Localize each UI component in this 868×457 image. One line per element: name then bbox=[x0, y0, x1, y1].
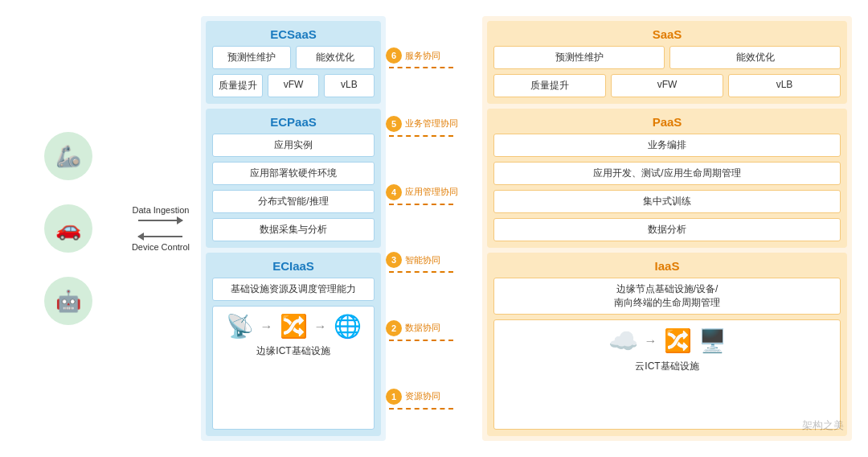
device-control-label: Device Control bbox=[132, 242, 190, 252]
paas-section: PaaS 业务编排 应用开发、测试/应用生命周期管理 集中式训练 数据分析 bbox=[487, 109, 847, 248]
ecsaas-predictive: 预测性维护 bbox=[212, 46, 291, 69]
connector-num-3: 3 bbox=[386, 252, 402, 268]
ecpaas-distributed-ai: 分布式智能/推理 bbox=[212, 190, 375, 213]
ecsaas-row2: 质量提升 vFW vLB bbox=[212, 74, 375, 97]
ecsaas-quality: 质量提升 bbox=[212, 74, 263, 97]
connector-5: 5 业务管理协同 bbox=[386, 116, 458, 137]
ecpaas-instances: 应用实例 bbox=[212, 134, 375, 157]
ecpaas-section: ECPaaS 应用实例 应用部署软硬件环境 分布式智能/推理 数据采集与分析 bbox=[206, 109, 381, 248]
saas-column: SaaS 预测性维护 能效优化 质量提升 vFW vLB PaaS 业务编排 应… bbox=[482, 16, 852, 441]
saas-predictive: 预测性维护 bbox=[493, 46, 665, 69]
iaas-lifecycle: 边缘节点基础设施/设备/ 南向终端的生命周期管理 bbox=[493, 278, 841, 315]
connector-1: 1 资源协同 bbox=[386, 389, 453, 410]
cloud-server-icon: 🖥️ bbox=[698, 327, 727, 354]
connector-text-5: 业务管理协同 bbox=[405, 117, 458, 130]
robot-arm-icon: 🦾 bbox=[44, 132, 92, 180]
saas-quality: 质量提升 bbox=[493, 74, 606, 97]
connector-num-2: 2 bbox=[386, 320, 402, 336]
ecpaas-deploy-env: 应用部署软硬件环境 bbox=[212, 162, 375, 185]
data-flow-arrows: Data Ingestion Device Control bbox=[121, 16, 201, 441]
connector-num-4: 4 bbox=[386, 184, 402, 200]
ict-devices-area: 📡 → 🔀 → 🌐 边缘ICT基础设施 bbox=[212, 306, 375, 430]
ecsaas-vfw: vFW bbox=[268, 74, 318, 97]
arrow-connector-icon: → bbox=[260, 319, 273, 334]
connector-6: 6 服务协同 bbox=[386, 47, 453, 68]
cloud-label: 云ICT基础设施 bbox=[635, 360, 698, 373]
saas-section: SaaS 预测性维护 能效优化 质量提升 vFW vLB bbox=[487, 21, 847, 104]
robot-icon: 🤖 bbox=[44, 277, 92, 325]
arrow-connector-icon2: → bbox=[314, 319, 327, 334]
cloud-devices-area: ☁️ → 🔀 🖥️ 云ICT基础设施 bbox=[493, 319, 841, 430]
connector-text-1: 资源协同 bbox=[405, 390, 440, 402]
ecsaas-section: ECSaaS 预测性维护 能效优化 质量提升 vFW vLB bbox=[206, 21, 381, 104]
saas-vlb: vLB bbox=[728, 74, 841, 97]
paas-orchestration: 业务编排 bbox=[493, 134, 841, 157]
iaas-section: IaaS 边缘节点基础设施/设备/ 南向终端的生命周期管理 ☁️ → 🔀 🖥️ … bbox=[487, 253, 847, 436]
paas-data-analysis: 数据分析 bbox=[493, 218, 841, 241]
ec-column: ECSaaS 预测性维护 能效优化 质量提升 vFW vLB ECPaaS 应用… bbox=[201, 16, 386, 441]
cloud-arrow-icon: → bbox=[645, 334, 657, 348]
connector-text-2: 数据协同 bbox=[405, 322, 440, 334]
devices-column: 🦾 🚗 🤖 bbox=[16, 16, 121, 441]
cloud-switch-icon: 🔀 bbox=[664, 327, 692, 354]
eciaas-title: ECIaaS bbox=[212, 259, 375, 273]
paas-central-train: 集中式训练 bbox=[493, 190, 841, 213]
ecsaas-title: ECSaaS bbox=[212, 27, 375, 41]
paas-app-dev: 应用开发、测试/应用生命周期管理 bbox=[493, 162, 841, 185]
connector-2: 2 数据协同 bbox=[386, 320, 453, 341]
connector-3: 3 智能协同 bbox=[386, 252, 453, 273]
eciaas-section: ECIaaS 基础设施资源及调度管理能力 📡 → 🔀 → 🌐 边缘ICT基础设施 bbox=[206, 253, 381, 436]
connector-num-1: 1 bbox=[386, 389, 402, 405]
connector-num-6: 6 bbox=[386, 47, 402, 64]
iaas-title: IaaS bbox=[493, 259, 841, 273]
paas-title: PaaS bbox=[493, 115, 841, 129]
eciaas-infra: 基础设施资源及调度管理能力 bbox=[212, 278, 375, 301]
ecsaas-row1: 预测性维护 能效优化 bbox=[212, 46, 375, 69]
saas-energy: 能效优化 bbox=[669, 46, 841, 69]
ecsaas-vlb: vLB bbox=[324, 74, 375, 97]
connector-text-3: 智能协同 bbox=[405, 254, 440, 266]
connector-column: 6 服务协同 5 业务管理协同 4 应用管理协同 3 智能协同 bbox=[386, 16, 482, 441]
ict-label: 边缘ICT基础设施 bbox=[256, 344, 330, 358]
vehicle-icon: 🚗 bbox=[44, 204, 92, 253]
connector-num-5: 5 bbox=[386, 116, 402, 132]
saas-vfw: vFW bbox=[611, 74, 723, 97]
data-ingestion-label: Data Ingestion bbox=[133, 205, 190, 215]
connector-4: 4 应用管理协同 bbox=[386, 184, 458, 205]
saas-title: SaaS bbox=[493, 27, 841, 41]
ecpaas-title: ECPaaS bbox=[212, 115, 375, 129]
network-device-icon: 🌐 bbox=[334, 313, 362, 340]
connector-text-4: 应用管理协同 bbox=[405, 186, 458, 198]
ecpaas-data-collect: 数据采集与分析 bbox=[212, 218, 375, 241]
cloud-icon: ☁️ bbox=[608, 327, 638, 355]
ict-device-icons: 📡 → 🔀 → 🌐 bbox=[226, 313, 362, 340]
router-icon: 📡 bbox=[226, 313, 254, 340]
switch-icon: 🔀 bbox=[280, 313, 308, 340]
connector-text-6: 服务协同 bbox=[405, 50, 440, 62]
saas-row1: 预测性维护 能效优化 bbox=[493, 46, 841, 69]
ecsaas-energy: 能效优化 bbox=[296, 46, 375, 69]
saas-row2: 质量提升 vFW vLB bbox=[493, 74, 841, 97]
cloud-device-icons: ☁️ → 🔀 🖥️ bbox=[608, 327, 727, 355]
